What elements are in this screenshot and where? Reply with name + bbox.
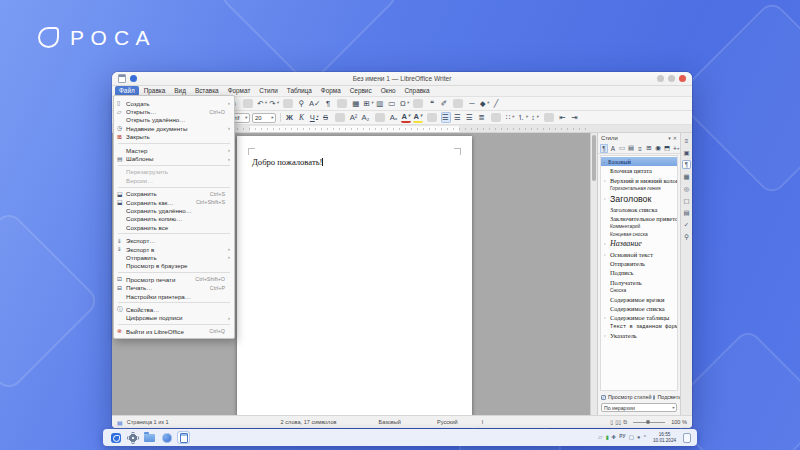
app-launcher[interactable]	[109, 431, 122, 444]
styles-tab-icon[interactable]: ¶	[682, 160, 691, 169]
find-replace-icon[interactable]: ⚲	[297, 98, 307, 109]
title-bar[interactable]: Без имени 1 — LibreOffice Writer	[112, 72, 692, 86]
menu-exit[interactable]: ⊗ Выйти из LibreOffice Ctrl+Q	[114, 327, 234, 335]
style-list-item[interactable]: Содержимое списка	[601, 304, 677, 313]
line-spacing-icon[interactable]: ↕▾	[530, 112, 540, 123]
style-list-item[interactable]: › Название	[601, 238, 677, 249]
show-desktop-button[interactable]	[683, 433, 691, 443]
menu-close[interactable]: ⊠ Закрыть	[114, 133, 234, 141]
clock[interactable]: 16:55 10.01.2024	[653, 432, 676, 443]
sidebar-toggle-icon[interactable]: ▤	[117, 419, 123, 426]
style-filter-select[interactable]: По иерархии ▾	[601, 403, 677, 412]
paragraph-styles-icon[interactable]: ¶	[600, 144, 608, 153]
menu-digital-signatures[interactable]: Цифровые подписи ›	[114, 314, 234, 322]
style-list-item[interactable]: Концевая сноска	[601, 231, 677, 239]
document-page[interactable]: Добро пожаловать!	[237, 136, 472, 415]
align-left-icon[interactable]: ☰	[441, 112, 451, 123]
fill-format-icon[interactable]: ⬒	[663, 144, 671, 153]
formatting-marks-icon[interactable]: ¶	[323, 98, 333, 109]
writer-window-task[interactable]	[177, 431, 190, 444]
character-styles-icon[interactable]: A	[609, 144, 617, 153]
undo-icon[interactable]: ↶▾	[257, 98, 267, 109]
notifications-tray-icon[interactable]: ▢	[629, 435, 634, 441]
find-tab-icon[interactable]: ⚲	[682, 232, 691, 241]
clipboard-tray-icon[interactable]: ▱	[598, 435, 602, 441]
expander-icon[interactable]: ›	[604, 252, 606, 257]
menu-save-remote[interactable]: Сохранить удалённо…	[114, 206, 234, 214]
style-list-item[interactable]: › Указатель	[601, 331, 677, 340]
increase-indent-icon[interactable]: ⇥	[570, 112, 580, 123]
strikethrough-icon[interactable]: S	[321, 112, 331, 123]
style-list-item[interactable]: Заголовок списка	[601, 205, 677, 214]
superscript-icon[interactable]: A²	[349, 112, 359, 123]
menu-save-all[interactable]: Сохранить все	[114, 223, 234, 231]
zoom-slider-thumb[interactable]	[646, 420, 650, 424]
decrease-indent-icon[interactable]: ⇤	[558, 112, 568, 123]
menubar-item[interactable]: Форма	[317, 86, 345, 96]
draw-functions-icon[interactable]: ╱	[491, 98, 501, 109]
document-text[interactable]: Добро пожаловать!	[252, 157, 323, 167]
style-list-item[interactable]: Текст в заданном формате	[601, 323, 677, 331]
network-tray-icon[interactable]: ●	[637, 435, 640, 441]
battery-tray-icon[interactable]: ▮	[605, 435, 608, 441]
menu-print[interactable]: ⊟ Печать… Ctrl+P	[114, 283, 234, 291]
panel-settings-icon[interactable]: ▾	[668, 135, 671, 141]
align-right-icon[interactable]: ☰	[465, 112, 475, 123]
vertical-scrollbar[interactable]	[590, 133, 597, 415]
menu-save-copy[interactable]: Сохранить копию…	[114, 215, 234, 223]
menu-save[interactable]: ⬓ Сохранить Ctrl+S	[114, 190, 234, 198]
menu-send[interactable]: Отправить ›	[114, 253, 234, 261]
frame-styles-icon[interactable]: ▭	[618, 144, 626, 153]
updates-tray-icon[interactable]: ✚	[611, 435, 616, 441]
navigator-tab-icon[interactable]: ◎	[682, 184, 691, 193]
style-list-item[interactable]: ⌄ Базовый	[601, 157, 677, 166]
menu-preview-browser[interactable]: Просмотр в браузере	[114, 262, 234, 270]
justify-icon[interactable]: ≣	[477, 112, 487, 123]
menu-print-preview[interactable]: ⊡ Просмотр печати Ctrl+Shift+O	[114, 275, 234, 283]
panel-close-icon[interactable]: ✕	[673, 135, 677, 141]
page-count[interactable]: Страница 1 из 1	[127, 419, 169, 425]
style-list-item[interactable]: Получатель	[601, 278, 677, 287]
expander-icon[interactable]: ›	[604, 196, 606, 201]
expander-icon[interactable]: ›	[604, 178, 606, 183]
expander-icon[interactable]: ⌄	[602, 159, 606, 164]
font-size-combo[interactable]: 20▾	[252, 113, 276, 123]
italic-icon[interactable]: К	[297, 112, 307, 123]
list-styles-icon[interactable]: ≡	[636, 144, 644, 153]
single-page-view-icon[interactable]: ▯	[610, 419, 613, 426]
spotlight-checkbox[interactable]	[653, 395, 655, 400]
multi-page-view-icon[interactable]: ▯▯	[615, 419, 621, 426]
sidebar-settings-icon[interactable]: ≡	[682, 136, 691, 145]
menubar-item[interactable]: Справка	[401, 86, 434, 96]
menu-save-as[interactable]: ⬓ Сохранить как… Ctrl+Shift+S	[114, 198, 234, 206]
insert-table-icon[interactable]: ⊞▾	[363, 98, 373, 109]
menu-printer-settings[interactable]: Настройки принтера…	[114, 292, 234, 300]
insert-line-icon[interactable]: ─	[467, 98, 477, 109]
style-list-item[interactable]: Блочная цитата	[601, 166, 677, 175]
menu-recent[interactable]: ◷ Недавние документы ›	[114, 124, 234, 132]
new-style-icon[interactable]: +▾	[672, 144, 680, 153]
style-list-item[interactable]: Заключительное приветствие	[601, 214, 677, 223]
style-list-item[interactable]: › Содержимое таблицы	[601, 313, 677, 322]
show-previews-checkbox[interactable]: ✓	[601, 395, 606, 400]
align-center-icon[interactable]: ☰	[453, 112, 463, 123]
style-list-item[interactable]: Содержимое врезки	[601, 295, 677, 304]
font-color-icon[interactable]: А▾	[401, 112, 411, 123]
menu-templates[interactable]: ▤ Шаблоны ›	[114, 154, 234, 162]
menubar-item[interactable]: Сервис	[346, 86, 376, 96]
file-manager-app[interactable]	[143, 431, 156, 444]
basic-shapes-icon[interactable]: ◆▾	[479, 98, 489, 109]
menubar-item[interactable]: Стили	[255, 86, 281, 96]
redo-icon[interactable]: ↷▾	[269, 98, 279, 109]
page-style[interactable]: Базовый	[379, 419, 401, 425]
style-list-item[interactable]: Отправитель	[601, 259, 677, 268]
menu-export-as[interactable]: ⇓ Экспорт в ›	[114, 245, 234, 253]
gallery-tab-icon[interactable]: ▦	[682, 172, 691, 181]
scrollbar-thumb[interactable]	[592, 135, 596, 181]
keyboard-layout-indicator[interactable]: РУ	[619, 435, 626, 440]
menu-reload[interactable]: Перезагрузить	[114, 168, 234, 176]
menu-versions[interactable]: Версии…	[114, 176, 234, 184]
expander-icon[interactable]: ›	[604, 241, 606, 246]
page-styles-icon[interactable]: ▤	[627, 144, 635, 153]
table-styles-icon[interactable]: ⊞	[645, 144, 653, 153]
